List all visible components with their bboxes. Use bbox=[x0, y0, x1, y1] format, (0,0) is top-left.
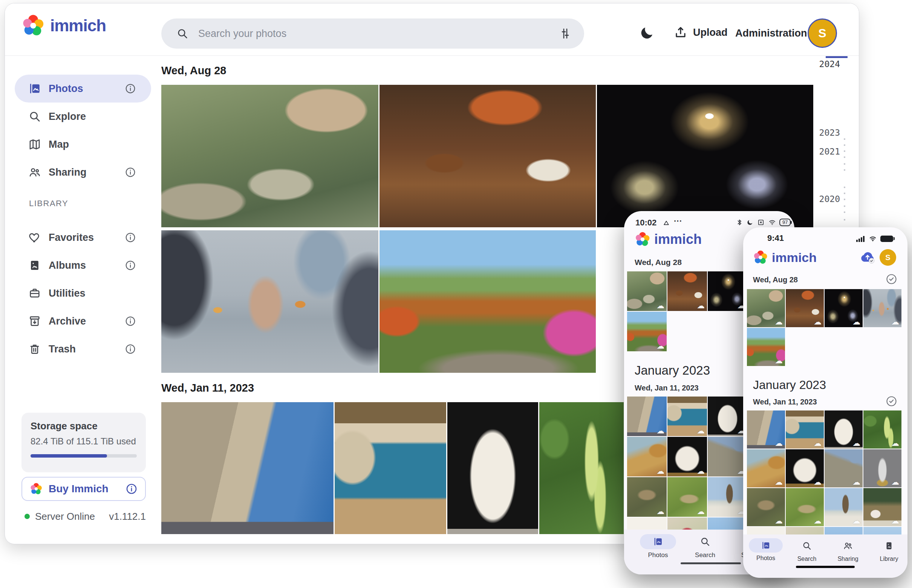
photo-beach-cliff[interactable]: ☁ bbox=[747, 449, 785, 487]
photo-autumn-dinner-table[interactable]: ☁ bbox=[786, 289, 824, 327]
info-icon[interactable] bbox=[125, 343, 136, 355]
sidebar-item-map[interactable]: Map bbox=[5, 131, 153, 158]
scrubber-position-indicator[interactable] bbox=[826, 56, 847, 58]
photo-baboons-at-zoo[interactable]: ☁ bbox=[747, 289, 785, 327]
photo-fireworks[interactable]: ☁ bbox=[708, 271, 747, 311]
photo-lizard-on-moss[interactable]: ☁ bbox=[786, 488, 824, 526]
photo-stone-sculpture[interactable]: ☁ bbox=[667, 437, 707, 477]
photo-beach-cliff[interactable]: ☁ bbox=[627, 437, 667, 477]
info-icon[interactable] bbox=[125, 260, 136, 271]
photo-snowy-church[interactable]: ☁ bbox=[708, 477, 747, 517]
upload-button[interactable]: Upload bbox=[673, 25, 728, 40]
photo-castle-ruins[interactable]: ☁ bbox=[825, 449, 863, 487]
photo-fortress-walls[interactable] bbox=[161, 402, 334, 534]
photo-fireworks[interactable] bbox=[597, 85, 813, 227]
scrubber-year-label[interactable]: 2023 bbox=[804, 128, 840, 137]
nav-icon-wrap bbox=[687, 534, 723, 549]
buy-immich-button[interactable]: Buy Immich bbox=[21, 477, 146, 501]
nav-item-search[interactable]: Search bbox=[786, 538, 828, 562]
battery-icon: 97 bbox=[780, 219, 792, 226]
nav-item-library[interactable]: Library bbox=[868, 538, 907, 562]
photo-lizard-on-ground[interactable]: ☁ bbox=[627, 477, 667, 517]
sidebar-item-explore[interactable]: Explore bbox=[5, 103, 153, 131]
home-indicator[interactable] bbox=[796, 566, 855, 568]
photo-autumn-garden-path[interactable] bbox=[379, 230, 596, 373]
sidebar-item-utilities[interactable]: Utilities bbox=[5, 279, 153, 307]
nav-label: Search bbox=[797, 556, 817, 562]
photo-marble-bust[interactable]: ☁ bbox=[825, 410, 863, 449]
photo-lizard-on-ground[interactable]: ☁ bbox=[747, 488, 785, 526]
select-all-check-icon[interactable] bbox=[886, 396, 897, 407]
photo-coastal-town[interactable]: ☁ bbox=[786, 410, 824, 449]
photo-autumn-garden-path[interactable]: ☁ bbox=[747, 328, 785, 366]
avatar-initial: S bbox=[818, 26, 826, 40]
sidebar-item-photos[interactable]: Photos bbox=[5, 74, 153, 103]
cloud-backup-icon: ☁ bbox=[814, 318, 822, 326]
sidebar-item-favorites[interactable]: Favorites bbox=[5, 223, 153, 251]
sidebar-item-trash[interactable]: Trash bbox=[5, 335, 153, 363]
photo-sea-grapes[interactable]: ☁ bbox=[864, 410, 901, 449]
user-avatar[interactable]: S bbox=[808, 18, 837, 48]
photo-coastal-town[interactable] bbox=[335, 402, 446, 534]
info-icon[interactable] bbox=[125, 315, 136, 327]
home-indicator[interactable] bbox=[681, 562, 741, 564]
search-icon bbox=[176, 27, 189, 40]
nav-item-search[interactable]: Search bbox=[684, 534, 726, 559]
photo-sea-grapes[interactable] bbox=[539, 402, 624, 534]
administration-link[interactable]: Administration bbox=[735, 27, 807, 39]
cloud-backup-icon: ☁ bbox=[657, 508, 664, 515]
cloud-backup-icon: ☁ bbox=[814, 439, 822, 447]
photo-autumn-garden-path[interactable]: ☁ bbox=[627, 312, 667, 351]
immich-logo: immich bbox=[634, 231, 702, 247]
cloud-backup-icon: ☁ bbox=[775, 357, 783, 365]
photo-baboons-at-zoo[interactable] bbox=[161, 85, 378, 227]
photo-castle-ruins[interactable]: ☁ bbox=[708, 437, 747, 477]
cloud-backup-icon[interactable] bbox=[859, 249, 876, 264]
search-bar[interactable]: Search your photos bbox=[161, 18, 584, 48]
sidebar-item-albums[interactable]: Albums bbox=[5, 251, 153, 279]
photo-snowy-church[interactable]: ☁ bbox=[825, 488, 863, 526]
search-filter-icon[interactable] bbox=[559, 27, 571, 40]
user-avatar[interactable]: S bbox=[880, 249, 896, 266]
theme-toggle-moon-icon[interactable] bbox=[639, 25, 655, 41]
nav-item-sharing[interactable]: Sharing bbox=[827, 538, 868, 562]
server-status-label: Server Online bbox=[35, 511, 109, 522]
photos-icon bbox=[761, 541, 771, 550]
cloud-backup-icon: ☁ bbox=[657, 427, 664, 435]
sidebar-item-archive[interactable]: Archive bbox=[5, 307, 153, 335]
photo-row bbox=[161, 85, 813, 227]
info-icon[interactable] bbox=[125, 166, 136, 178]
scrubber-year-label[interactable]: 2020 bbox=[804, 194, 840, 204]
photo-autumn-dinner-table[interactable] bbox=[379, 85, 596, 227]
immich-logo[interactable]: immich bbox=[21, 14, 106, 37]
photo-row: ☁☁☁☁ bbox=[747, 410, 901, 449]
photo-alpine-houses[interactable]: ☁ bbox=[864, 488, 901, 526]
nav-item-photos[interactable]: Photos bbox=[745, 538, 786, 562]
sidebar-item-label: Favorites bbox=[48, 232, 94, 244]
nav-item-photos[interactable]: Photos bbox=[637, 534, 679, 559]
select-all-check-icon[interactable] bbox=[886, 273, 897, 285]
photo-holding-hands[interactable] bbox=[161, 230, 378, 373]
scrubber-year-label[interactable]: 2024 bbox=[804, 59, 840, 69]
info-icon[interactable] bbox=[125, 83, 136, 94]
info-icon[interactable] bbox=[125, 232, 136, 243]
photo-fortress-walls[interactable]: ☁ bbox=[627, 397, 667, 436]
photo-holding-hands[interactable]: ☁ bbox=[864, 289, 901, 327]
photo-fortress-walls[interactable]: ☁ bbox=[747, 410, 785, 449]
cloud-backup-icon: ☁ bbox=[697, 302, 705, 310]
sidebar-item-sharing[interactable]: Sharing bbox=[5, 158, 153, 186]
photo-lizard-on-moss[interactable]: ☁ bbox=[667, 477, 707, 517]
photo-baboons-at-zoo[interactable]: ☁ bbox=[627, 271, 667, 311]
photo-autumn-dinner-table[interactable]: ☁ bbox=[667, 271, 707, 311]
nav-label: Library bbox=[880, 556, 898, 562]
search-icon bbox=[802, 541, 812, 551]
photo-coastal-town[interactable]: ☁ bbox=[667, 397, 707, 436]
scrubber-year-label[interactable]: 2021 bbox=[804, 147, 840, 157]
photo-stone-sculpture[interactable]: ☁ bbox=[786, 449, 824, 487]
photo-marble-bust[interactable] bbox=[447, 402, 538, 534]
photo-silver-centerpiece[interactable]: ☁ bbox=[864, 449, 901, 487]
info-icon[interactable] bbox=[126, 483, 137, 495]
immich-flower-icon bbox=[30, 483, 43, 495]
photo-marble-bust[interactable]: ☁ bbox=[708, 397, 747, 436]
photo-fireworks[interactable]: ☁ bbox=[825, 289, 863, 327]
